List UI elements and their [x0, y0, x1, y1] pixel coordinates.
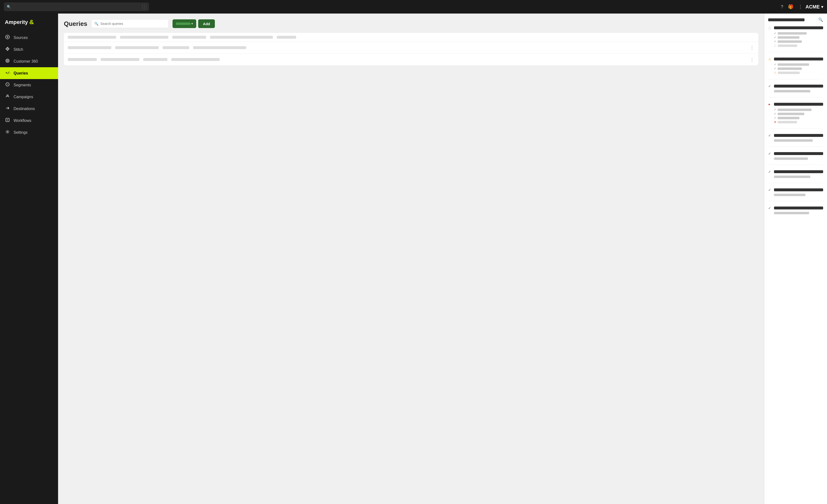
svg-point-6 — [7, 95, 8, 96]
sources-icon — [5, 35, 10, 41]
top-bar-actions: ? 🎁 ⋮ — [781, 4, 802, 9]
svg-text:</>: </> — [6, 71, 10, 74]
svg-point-1 — [6, 59, 9, 62]
workflow-item-3: ✓ — [768, 84, 823, 97]
sidebar-item-campaigns[interactable]: Campaigns — [0, 91, 58, 103]
sidebar-label-sources: Sources — [13, 36, 28, 40]
success-status-icon-2: ✓ — [768, 134, 772, 137]
success-status-icon: ✓ — [768, 84, 772, 88]
sidebar: Amperity & Sources Stitch Customer 360 <… — [0, 13, 58, 504]
queries-header: Queries 🔍 ▾ Add — [64, 19, 758, 28]
svg-point-5 — [7, 84, 8, 85]
page-title: Queries — [64, 20, 87, 28]
workflow-title-1 — [774, 27, 823, 29]
skeleton-col3 — [162, 46, 189, 49]
skeleton-col2 — [101, 58, 139, 61]
sidebar-label-settings: Settings — [13, 130, 28, 135]
destinations-icon — [5, 106, 10, 112]
logo-ampersand: & — [29, 18, 34, 26]
search-slash-hint: / — [142, 5, 146, 9]
sidebar-item-stitch[interactable]: Stitch — [0, 44, 58, 55]
warning-status-icon: ⚠ — [768, 57, 772, 61]
queries-search-icon: 🔍 — [94, 22, 98, 26]
right-panel-search-icon[interactable]: 🔍 — [818, 17, 823, 22]
sidebar-item-sources[interactable]: Sources — [0, 32, 58, 44]
svg-point-2 — [7, 60, 8, 61]
workflow-title-9 — [774, 207, 823, 209]
help-icon[interactable]: ? — [781, 4, 783, 9]
sidebar-item-segments[interactable]: Segments — [0, 79, 58, 91]
row-menu-icon[interactable]: ⋮ — [749, 45, 755, 51]
skeleton-name — [68, 58, 97, 61]
table-row — [64, 33, 758, 42]
more-options-icon[interactable]: ⋮ — [798, 4, 802, 9]
queries-panel: Queries 🔍 ▾ Add — [58, 13, 764, 504]
sidebar-label-campaigns: Campaigns — [13, 95, 33, 99]
skeleton-col2 — [120, 36, 168, 39]
main-layout: Amperity & Sources Stitch Customer 360 <… — [0, 13, 827, 504]
sidebar-item-customer360[interactable]: Customer 360 — [0, 55, 58, 67]
right-panel-title — [768, 18, 805, 21]
success-status-icon-6: ✓ — [768, 206, 772, 210]
workflow-item-4: ● ✓ ✓ ✓ ⊗ — [768, 102, 823, 129]
success-status-icon-5: ✓ — [768, 188, 772, 192]
skeleton-col4 — [171, 58, 220, 61]
queries-table: ⋮ ⋮ — [64, 33, 758, 65]
success-status-icon-4: ✓ — [768, 170, 772, 173]
sidebar-label-queries: Queries — [13, 71, 28, 75]
workflow-title-2 — [774, 58, 823, 60]
svg-point-8 — [7, 131, 8, 133]
workflow-item-9: ✓ — [768, 206, 823, 219]
filter-chevron-icon: ▾ — [191, 22, 193, 26]
queries-icon: </> — [5, 70, 10, 76]
skeleton-name — [68, 46, 111, 49]
filter-dropdown-btn[interactable]: ▾ — [173, 19, 196, 28]
add-query-button[interactable]: Add — [198, 19, 215, 28]
right-panel: 🔍 ◌ ✓ ✓ ✓ — [764, 13, 827, 504]
sidebar-label-segments: Segments — [13, 83, 31, 87]
workflow-title-7 — [774, 170, 823, 173]
stitch-icon — [5, 46, 10, 52]
sidebar-label-customer360: Customer 360 — [13, 59, 38, 64]
sidebar-item-queries[interactable]: </> Queries — [0, 67, 58, 79]
sidebar-item-workflows[interactable]: Workflows — [0, 115, 58, 127]
workflow-item-2: ⚠ ✓ ✓ ⚠ — [768, 57, 823, 79]
workflow-title-4 — [774, 103, 823, 106]
global-search-bar[interactable]: 🔍 / — [4, 2, 149, 11]
logo: Amperity & — [0, 16, 58, 32]
workflow-item-5: ✓ — [768, 134, 823, 147]
content-area: Queries 🔍 ▾ Add — [58, 13, 827, 504]
skeleton-col2 — [115, 46, 159, 49]
global-search-input[interactable] — [11, 5, 142, 9]
account-name: ACME — [806, 4, 820, 10]
campaigns-icon — [5, 94, 10, 100]
skeleton-col4 — [210, 36, 273, 39]
workflow-item-1: ◌ ✓ ✓ ✓ ◌ — [768, 26, 823, 52]
account-selector[interactable]: ACME ▾ — [806, 4, 823, 10]
loading-status-icon: ◌ — [768, 26, 772, 30]
gift-icon[interactable]: 🎁 — [788, 4, 793, 9]
skeleton-col4 — [193, 46, 246, 49]
sidebar-item-settings[interactable]: Settings — [0, 127, 58, 138]
sidebar-label-stitch: Stitch — [13, 47, 23, 52]
queries-search-input[interactable] — [100, 22, 165, 26]
workflow-title-6 — [774, 152, 823, 155]
top-bar: 🔍 / ? 🎁 ⋮ ACME ▾ — [0, 0, 827, 13]
workflow-title-5 — [774, 134, 823, 137]
workflow-item-6: ✓ — [768, 152, 823, 165]
table-row: ⋮ — [64, 42, 758, 54]
error-status-icon: ● — [768, 102, 772, 106]
workflow-item-8: ✓ — [768, 188, 823, 201]
right-panel-header: 🔍 — [768, 17, 823, 22]
skeleton-col3 — [143, 58, 167, 61]
skeleton-name — [68, 36, 116, 39]
skeleton-col5 — [277, 36, 296, 39]
skeleton-col3 — [172, 36, 206, 39]
success-status-icon-3: ✓ — [768, 152, 772, 155]
row-menu-icon[interactable]: ⋮ — [749, 57, 755, 62]
chevron-down-icon: ▾ — [821, 5, 823, 9]
table-row: ⋮ — [64, 54, 758, 65]
sidebar-item-destinations[interactable]: Destinations — [0, 103, 58, 115]
workflows-icon — [5, 117, 10, 123]
queries-search-container[interactable]: 🔍 — [91, 19, 168, 28]
